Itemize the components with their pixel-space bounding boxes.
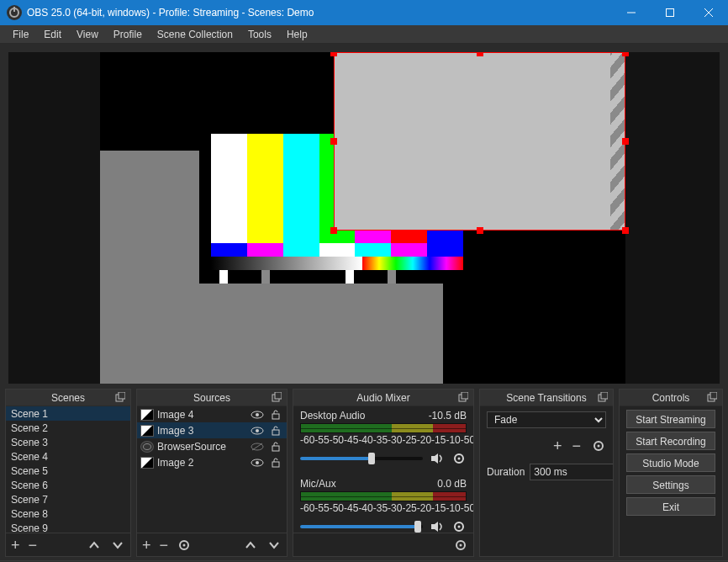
start-streaming-button[interactable]: Start Streaming bbox=[626, 410, 715, 428]
source-row[interactable]: BrowserSource bbox=[137, 438, 287, 454]
channel-name: Mic/Aux bbox=[300, 478, 336, 490]
scene-row[interactable]: Scene 3 bbox=[6, 435, 130, 449]
scene-row[interactable]: Scene 1 bbox=[6, 406, 130, 421]
source-row[interactable]: Image 3 bbox=[137, 422, 287, 438]
titlebar: OBS 25.0 (64-bit, windows) - Profile: St… bbox=[0, 0, 728, 25]
menu-view[interactable]: View bbox=[69, 26, 106, 43]
add-source-button[interactable]: + bbox=[142, 538, 151, 553]
lock-toggle[interactable] bbox=[268, 458, 283, 468]
minimize-button[interactable] bbox=[612, 0, 651, 25]
mute-button[interactable] bbox=[430, 519, 445, 533]
svg-rect-16 bbox=[272, 446, 279, 451]
scene-row[interactable]: Scene 7 bbox=[6, 492, 130, 506]
scene-row[interactable]: Scene 8 bbox=[6, 506, 130, 521]
transitions-panel: Scene Transitions Fade + − Duration bbox=[479, 389, 614, 557]
source-thumb bbox=[140, 457, 154, 469]
scenes-panel: Scenes Scene 1 Scene 2 Scene 3 Scene 4 S… bbox=[5, 389, 131, 557]
source-properties-button[interactable] bbox=[177, 538, 192, 553]
move-up-button[interactable] bbox=[87, 538, 102, 553]
mixer-channel: Mic/Aux0.0 dB -60-55-50-45-40-35-30-25-2… bbox=[293, 475, 473, 533]
meter-ticks: -60-55-50-45-40-35-30-25-20-15-10-50 bbox=[300, 502, 467, 514]
svg-rect-19 bbox=[272, 462, 279, 467]
exit-button[interactable]: Exit bbox=[626, 497, 715, 516]
selection-outline[interactable] bbox=[334, 52, 625, 231]
mute-button[interactable] bbox=[430, 451, 445, 466]
scene-row[interactable]: Scene 6 bbox=[6, 478, 130, 492]
source-thumb bbox=[140, 441, 154, 453]
menu-file[interactable]: File bbox=[5, 26, 36, 43]
channel-db: -10.5 dB bbox=[429, 410, 467, 422]
svg-point-29 bbox=[458, 526, 461, 528]
close-button[interactable] bbox=[689, 0, 728, 25]
audio-mixer-panel: Audio Mixer Desktop Audio-10.5 dB -60-55… bbox=[293, 389, 474, 557]
menu-scene-collection[interactable]: Scene Collection bbox=[150, 26, 240, 43]
visibility-toggle[interactable] bbox=[250, 458, 265, 468]
lock-toggle[interactable] bbox=[268, 410, 283, 420]
lock-toggle[interactable] bbox=[268, 442, 283, 452]
menubar: File Edit View Profile Scene Collection … bbox=[0, 25, 728, 44]
scene-row[interactable]: Scene 4 bbox=[6, 449, 130, 464]
remove-transition-button[interactable]: − bbox=[572, 438, 581, 453]
source-thumb bbox=[140, 425, 154, 437]
svg-rect-7 bbox=[275, 392, 282, 399]
channel-settings-button[interactable] bbox=[451, 519, 467, 533]
svg-marker-27 bbox=[431, 522, 438, 532]
transitions-title: Scene Transitions bbox=[506, 392, 586, 404]
popout-icon[interactable] bbox=[115, 392, 127, 404]
channel-name: Desktop Audio bbox=[300, 410, 365, 422]
svg-point-35 bbox=[598, 445, 600, 448]
volume-slider[interactable] bbox=[300, 525, 423, 528]
lock-toggle[interactable] bbox=[268, 426, 283, 436]
maximize-button[interactable] bbox=[651, 0, 689, 25]
move-down-button[interactable] bbox=[266, 538, 282, 553]
transition-settings-button[interactable] bbox=[591, 438, 606, 453]
controls-title: Controls bbox=[652, 392, 690, 404]
visibility-toggle[interactable] bbox=[250, 410, 265, 420]
add-transition-button[interactable]: + bbox=[553, 438, 562, 453]
menu-tools[interactable]: Tools bbox=[240, 26, 279, 43]
start-recording-button[interactable]: Start Recording bbox=[626, 432, 715, 450]
svg-point-26 bbox=[458, 458, 461, 460]
svg-rect-1 bbox=[667, 9, 674, 17]
channel-db: 0.0 dB bbox=[437, 478, 467, 490]
volume-slider[interactable] bbox=[300, 457, 423, 460]
svg-rect-23 bbox=[462, 392, 468, 399]
studio-mode-button[interactable]: Studio Mode bbox=[626, 453, 715, 472]
add-scene-button[interactable]: + bbox=[11, 538, 20, 553]
sources-list[interactable]: Image 4 Image 3 BrowserSource Image 2 bbox=[137, 406, 287, 533]
scene-row[interactable]: Scene 9 bbox=[6, 521, 130, 533]
scene-row[interactable]: Scene 2 bbox=[6, 421, 130, 435]
svg-rect-37 bbox=[710, 392, 717, 399]
mixer-settings-button[interactable] bbox=[453, 538, 468, 553]
settings-button[interactable]: Settings bbox=[626, 475, 715, 494]
visibility-toggle[interactable] bbox=[250, 426, 265, 436]
popout-icon[interactable] bbox=[598, 392, 609, 404]
scenes-list[interactable]: Scene 1 Scene 2 Scene 3 Scene 4 Scene 5 … bbox=[6, 406, 130, 533]
channel-settings-button[interactable] bbox=[451, 451, 467, 466]
preview-canvas[interactable] bbox=[100, 52, 625, 384]
visibility-toggle[interactable] bbox=[250, 442, 265, 452]
move-up-button[interactable] bbox=[243, 538, 258, 553]
mixer-title: Audio Mixer bbox=[356, 392, 409, 404]
mixer-channel: Desktop Audio-10.5 dB -60-55-50-45-40-35… bbox=[293, 406, 473, 475]
preview-area[interactable] bbox=[8, 52, 720, 384]
menu-profile[interactable]: Profile bbox=[106, 26, 150, 43]
svg-point-21 bbox=[183, 543, 186, 546]
svg-rect-13 bbox=[272, 430, 279, 435]
remove-source-button[interactable]: − bbox=[160, 538, 169, 553]
menu-edit[interactable]: Edit bbox=[36, 26, 69, 43]
popout-icon[interactable] bbox=[707, 392, 719, 404]
source-row[interactable]: Image 4 bbox=[137, 406, 287, 422]
duration-input[interactable] bbox=[530, 464, 613, 480]
sources-title: Sources bbox=[193, 392, 230, 404]
source-row[interactable]: Image 2 bbox=[137, 454, 287, 470]
remove-scene-button[interactable]: − bbox=[29, 538, 38, 553]
meter-ticks: -60-55-50-45-40-35-30-25-20-15-10-50 bbox=[300, 434, 467, 446]
menu-help[interactable]: Help bbox=[279, 26, 315, 43]
move-down-button[interactable] bbox=[110, 538, 125, 553]
transition-select[interactable]: Fade bbox=[487, 411, 606, 428]
popout-icon[interactable] bbox=[272, 392, 283, 404]
controls-panel: Controls Start Streaming Start Recording… bbox=[619, 389, 723, 557]
popout-icon[interactable] bbox=[458, 392, 470, 404]
scene-row[interactable]: Scene 5 bbox=[6, 464, 130, 478]
